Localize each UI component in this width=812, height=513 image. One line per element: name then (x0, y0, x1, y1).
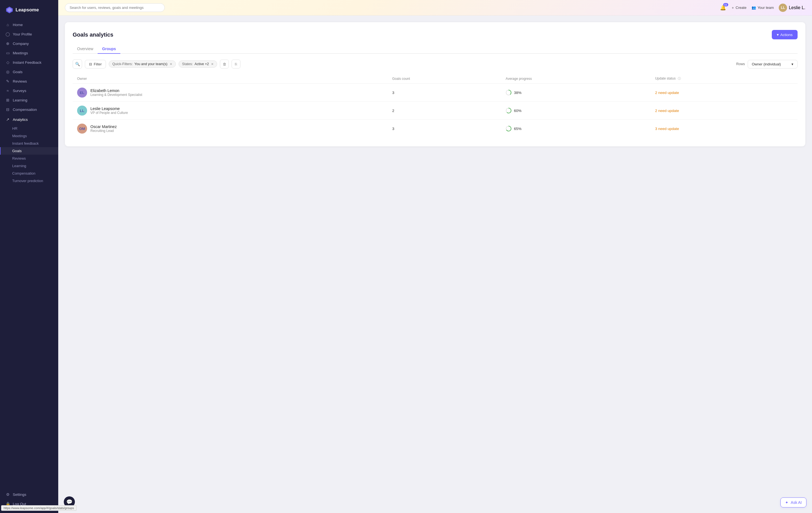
goals-count-cell: 3 (388, 84, 501, 102)
filter-icon: ⊟ (89, 62, 92, 66)
analytics-sub-hr[interactable]: HR (0, 125, 58, 132)
quick-filter-label: Quick-Filters: (112, 62, 133, 66)
goals-icon: ◎ (5, 69, 10, 74)
copy-button[interactable]: ⎘ (232, 60, 240, 68)
owner-role: Recruiting Lead (90, 129, 117, 133)
actions-button[interactable]: ▾ Actions (772, 30, 798, 39)
owner-role: Learning & Development Specialist (90, 93, 142, 97)
user-menu-button[interactable]: LL Leslie L. (779, 4, 805, 12)
sidebar-item-goals[interactable]: ◎ Goals (0, 67, 58, 77)
rows-dropdown[interactable]: Owner (individual) ▾ (748, 60, 798, 68)
user-icon: ◯ (5, 32, 10, 36)
progress-cell: 38% (505, 90, 646, 96)
tab-bar: Overview Groups (72, 44, 798, 54)
col-avg-progress: Average progress (501, 74, 650, 84)
analytics-icon: ↗ (5, 117, 10, 122)
sidebar-item-home-label: Home (13, 23, 23, 27)
sidebar-item-compensation-label: Compensation (13, 108, 37, 112)
analytics-sub-goals[interactable]: Goals (0, 147, 58, 155)
col-owner: Owner (72, 74, 388, 84)
progress-cell: 60% (505, 108, 646, 114)
analytics-card: Goals analytics ▾ Actions Overview Group… (65, 22, 805, 146)
filter-button[interactable]: ⊟ Filter (85, 60, 106, 68)
sidebar-item-learning-label: Learning (13, 98, 27, 102)
analytics-sub-instant-feedback[interactable]: Instant feedback (0, 140, 58, 147)
compensation-icon: ⊟ (5, 107, 10, 112)
chat-icon: 💬 (66, 499, 72, 505)
rows-selector: Rows Owner (individual) ▾ (736, 60, 798, 68)
quick-filter-remove[interactable]: ✕ (170, 62, 172, 66)
ask-ai-button[interactable]: ✦ Ask AI (780, 497, 807, 508)
logo[interactable]: Leapsome (0, 0, 58, 18)
tab-groups[interactable]: Groups (97, 44, 120, 54)
owner-avatar: EL (77, 88, 87, 97)
sidebar-item-company-label: Company (13, 41, 29, 46)
analytics-sub-compensation[interactable]: Compensation (0, 170, 58, 177)
sidebar-item-reviews[interactable]: ✎ Reviews (0, 77, 58, 86)
sidebar-item-learning[interactable]: ⊞ Learning (0, 95, 58, 105)
topbar-right: 🔔 11 ＋ Create 👥 Your team LL Leslie L. (720, 4, 805, 12)
sidebar-item-your-profile-label: Your Profile (13, 32, 32, 36)
analytics-sub-reviews[interactable]: Reviews (0, 155, 58, 162)
create-label: Create (736, 5, 747, 10)
goals-count-cell: 3 (388, 120, 501, 138)
settings-icon: ⚙ (5, 492, 10, 496)
owner-cell: OM Oscar Martinez Recruiting Lead (77, 124, 383, 133)
main-area: 🔔 11 ＋ Create 👥 Your team LL Leslie L. G… (58, 0, 812, 513)
analytics-sub-learning[interactable]: Learning (0, 162, 58, 170)
update-status-cell: 2 need update (655, 109, 679, 113)
card-header: Goals analytics ▾ Actions (72, 30, 798, 39)
learning-icon: ⊞ (5, 98, 10, 102)
surveys-icon: ≈ (5, 88, 10, 93)
create-button[interactable]: ＋ Create (731, 5, 747, 10)
team-icon: 👥 (752, 5, 756, 10)
sidebar-item-analytics[interactable]: ↗ Analytics (0, 115, 58, 124)
filter-label: Filter (94, 62, 102, 66)
sidebar-item-settings[interactable]: ⚙ Settings (0, 490, 58, 499)
table-row[interactable]: EL Elizabeth Lemon Learning & Developmen… (72, 84, 798, 102)
sidebar-item-surveys[interactable]: ≈ Surveys (0, 86, 58, 95)
ask-ai-label: Ask AI (791, 500, 802, 505)
progress-cell: 65% (505, 125, 646, 132)
analytics-submenu: HR Meetings Instant feedback Goals Revie… (0, 125, 58, 185)
analytics-sub-meetings[interactable]: Meetings (0, 132, 58, 140)
sidebar-item-meetings[interactable]: ▭ Meetings (0, 48, 58, 58)
states-filter-pill[interactable]: States: Active +2 ✕ (179, 60, 218, 68)
page-title: Goals analytics (72, 32, 113, 38)
meetings-icon: ▭ (5, 51, 10, 55)
quick-filter-pill[interactable]: Quick-Filters: You and your team(s) ✕ (109, 60, 176, 68)
sidebar-item-company[interactable]: ⊕ Company (0, 39, 58, 48)
owner-avatar: OM (77, 124, 87, 133)
notification-button[interactable]: 🔔 11 (720, 5, 726, 11)
avatar: LL (779, 4, 787, 12)
sidebar-item-your-profile[interactable]: ◯ Your Profile (0, 29, 58, 39)
search-input[interactable] (65, 3, 165, 12)
sidebar-item-surveys-label: Surveys (13, 89, 26, 93)
analytics-sub-turnover-prediction[interactable]: Turnover prediction (0, 177, 58, 185)
states-filter-remove[interactable]: ✕ (211, 62, 213, 66)
sidebar-item-home[interactable]: ⌂ Home (0, 20, 58, 29)
sidebar-item-settings-label: Settings (13, 492, 26, 496)
search-icon: 🔍 (75, 62, 80, 66)
copy-icon: ⎘ (235, 62, 237, 66)
table-row[interactable]: LL Leslie Leapsome VP of People and Cult… (72, 102, 798, 120)
progress-value: 60% (514, 109, 521, 113)
states-filter-label: States: (182, 62, 193, 66)
sidebar-item-compensation[interactable]: ⊟ Compensation (0, 105, 58, 114)
owner-cell: LL Leslie Leapsome VP of People and Cult… (77, 105, 383, 116)
your-team-button[interactable]: 👥 Your team (752, 5, 774, 10)
owner-name: Oscar Martinez (90, 124, 117, 129)
plus-icon: ＋ (731, 5, 735, 10)
owner-info: Leslie Leapsome VP of People and Culture (90, 107, 128, 115)
reviews-icon: ✎ (5, 79, 10, 83)
table-row[interactable]: OM Oscar Martinez Recruiting Lead 3 65% (72, 120, 798, 138)
sidebar-item-instant-feedback[interactable]: ◇ Instant Feedback (0, 58, 58, 67)
search-button[interactable]: 🔍 (72, 59, 82, 69)
delete-button[interactable]: 🗑 (220, 60, 229, 68)
quick-filter-value: You and your team(s) (135, 62, 168, 66)
logo-text: Leapsome (16, 7, 39, 13)
progress-circle (505, 108, 512, 114)
owner-info: Elizabeth Lemon Learning & Development S… (90, 88, 142, 97)
sidebar: Leapsome ⌂ Home ◯ Your Profile ⊕ Company… (0, 0, 58, 513)
tab-overview[interactable]: Overview (72, 44, 97, 54)
